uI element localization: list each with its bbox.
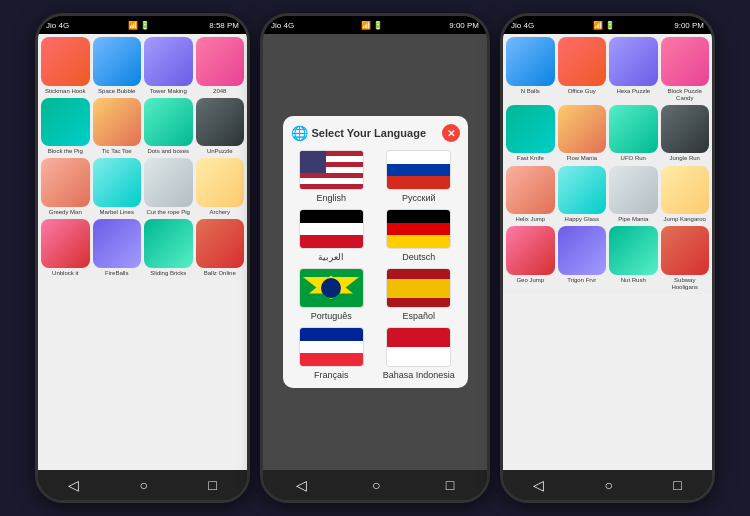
screen-left: Stickman Hook Space Bubble Tower Making … <box>38 34 247 470</box>
time-right: 9:00 PM <box>674 21 704 30</box>
carrier-middle: Jio 4G <box>271 21 294 30</box>
list-item[interactable]: Space Bubble <box>93 37 142 95</box>
list-item[interactable]: Jungle Run <box>661 105 710 163</box>
list-item[interactable]: 2048 <box>196 37 245 95</box>
home-btn-middle[interactable]: ○ <box>372 477 380 493</box>
list-item[interactable]: Subway Hooligans <box>661 226 710 291</box>
game-label: Ballz Online <box>204 270 236 277</box>
game-thumb <box>144 98 193 147</box>
list-item[interactable]: Archery <box>196 158 245 216</box>
home-btn-left[interactable]: ○ <box>140 477 148 493</box>
back-btn-middle[interactable]: ◁ <box>296 477 307 493</box>
dialog-close-btn[interactable]: ✕ <box>442 124 460 142</box>
game-thumb <box>661 166 710 215</box>
list-item[interactable]: Unblock it <box>41 219 90 277</box>
game-thumb <box>609 37 658 86</box>
language-option[interactable]: Español <box>378 268 460 321</box>
game-label: Pipe Mania <box>618 216 648 223</box>
lang-name: Português <box>311 311 352 321</box>
game-thumb <box>41 98 90 147</box>
game-label: Subway Hooligans <box>661 277 710 291</box>
list-item[interactable]: Greedy Man <box>41 158 90 216</box>
language-grid: English Русский العربية Deutsch Portuguê… <box>291 150 460 380</box>
list-item[interactable]: Block the Pig <box>41 98 90 156</box>
game-label: UFO Run <box>621 155 646 162</box>
navbar-left: ◁ ○ □ <box>38 470 247 500</box>
language-option[interactable]: Bahasa Indonesia <box>378 327 460 380</box>
list-item[interactable]: Sliding Bricks <box>144 219 193 277</box>
game-thumb <box>609 226 658 275</box>
game-label: Flow Mania <box>566 155 597 162</box>
game-thumb <box>196 219 245 268</box>
game-label: 2048 <box>213 88 226 95</box>
list-item[interactable]: Jump Kangaroo <box>661 166 710 224</box>
game-label: Sliding Bricks <box>150 270 186 277</box>
dialog-header: 🌐 Select Your Language ✕ <box>291 124 460 142</box>
list-item[interactable]: Fast Knife <box>506 105 555 163</box>
game-label: Cut the rope Pig <box>147 209 190 216</box>
list-item[interactable]: Stickman Hook <box>41 37 90 95</box>
recent-btn-right[interactable]: □ <box>673 477 681 493</box>
status-icons-right: 📶 🔋 <box>593 21 615 30</box>
list-item[interactable]: Dots and boxes <box>144 98 193 156</box>
game-thumb <box>661 226 710 275</box>
game-label: FireBalls <box>105 270 128 277</box>
list-item[interactable]: Flow Mania <box>558 105 607 163</box>
back-btn-left[interactable]: ◁ <box>68 477 79 493</box>
list-item[interactable]: Cut the rope Pig <box>144 158 193 216</box>
language-option[interactable]: Português <box>291 268 373 321</box>
language-option[interactable]: Français <box>291 327 373 380</box>
list-item[interactable]: Happy Glass <box>558 166 607 224</box>
list-item[interactable]: Tower Making <box>144 37 193 95</box>
game-thumb <box>558 37 607 86</box>
lang-name: English <box>316 193 346 203</box>
list-item[interactable]: Pipe Mania <box>609 166 658 224</box>
games-grid-left: Stickman Hook Space Bubble Tower Making … <box>38 34 247 280</box>
list-item[interactable]: Geo Jump <box>506 226 555 291</box>
list-item[interactable]: Tic Tac Toe <box>93 98 142 156</box>
phones-container: Jio 4G 📶 🔋 8:58 PM Stickman Hook Space B… <box>25 3 725 513</box>
language-option[interactable]: Deutsch <box>378 209 460 262</box>
lang-name: Bahasa Indonesia <box>383 370 455 380</box>
list-item[interactable]: UFO Run <box>609 105 658 163</box>
game-label: Tic Tac Toe <box>102 148 132 155</box>
game-label: Space Bubble <box>98 88 135 95</box>
game-thumb <box>93 37 142 86</box>
recent-btn-left[interactable]: □ <box>208 477 216 493</box>
list-item[interactable]: Ballz Online <box>196 219 245 277</box>
home-btn-right[interactable]: ○ <box>605 477 613 493</box>
list-item[interactable]: Hexa Puzzle <box>609 37 658 102</box>
language-dialog: 🌐 Select Your Language ✕ English <box>283 116 468 388</box>
list-item[interactable]: Office Guy <box>558 37 607 102</box>
language-option[interactable]: Русский <box>378 150 460 203</box>
game-label: Geo Jump <box>516 277 544 284</box>
list-item[interactable]: Helix Jump <box>506 166 555 224</box>
carrier-right: Jio 4G <box>511 21 534 30</box>
list-item[interactable]: Trigon Frvr <box>558 226 607 291</box>
list-item[interactable]: UnPuzzle <box>196 98 245 156</box>
list-item[interactable]: Block Puzzle Candy <box>661 37 710 102</box>
game-thumb <box>558 166 607 215</box>
game-thumb <box>196 158 245 207</box>
recent-btn-middle[interactable]: □ <box>446 477 454 493</box>
list-item[interactable]: Marbel Lines <box>93 158 142 216</box>
list-item[interactable]: Nut Rush <box>609 226 658 291</box>
back-btn-right[interactable]: ◁ <box>533 477 544 493</box>
phone-middle: Jio 4G 📶 🔋 9:00 PM 🌐 Select Your Languag… <box>260 13 490 503</box>
language-option[interactable]: English <box>291 150 373 203</box>
list-item[interactable]: N Balls <box>506 37 555 102</box>
lang-name: Русский <box>402 193 435 203</box>
game-label: Hexa Puzzle <box>616 88 650 95</box>
game-thumb <box>661 37 710 86</box>
phone-left: Jio 4G 📶 🔋 8:58 PM Stickman Hook Space B… <box>35 13 250 503</box>
list-item[interactable]: FireBalls <box>93 219 142 277</box>
game-label: Helix Jump <box>515 216 545 223</box>
lang-name: Deutsch <box>402 252 435 262</box>
language-option[interactable]: العربية <box>291 209 373 262</box>
navbar-right: ◁ ○ □ <box>503 470 712 500</box>
game-thumb <box>93 219 142 268</box>
game-label: Fast Knife <box>517 155 544 162</box>
game-thumb <box>41 219 90 268</box>
dialog-overlay: 🌐 Select Your Language ✕ English <box>263 34 487 470</box>
time-left: 8:58 PM <box>209 21 239 30</box>
